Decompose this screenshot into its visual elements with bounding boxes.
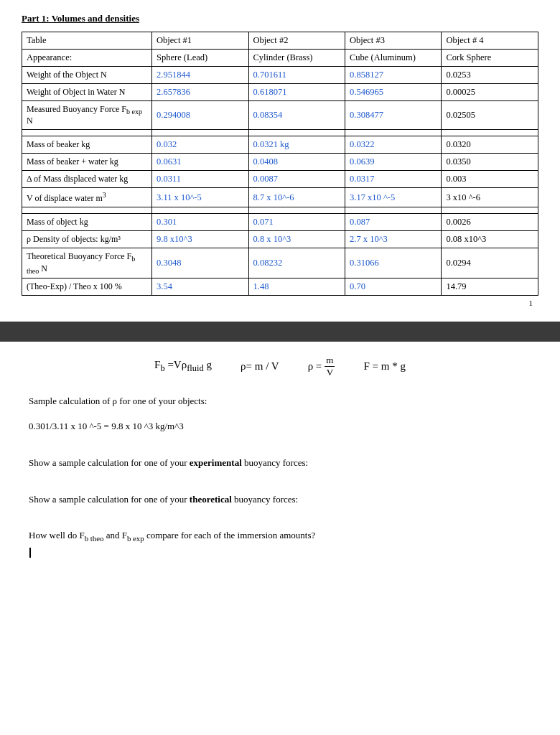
row-label-4: Mass of beaker kg xyxy=(22,136,152,154)
row-6-obj4: 0.003 xyxy=(442,171,538,188)
row-8-obj3 xyxy=(345,207,442,214)
row-8-obj2 xyxy=(248,207,345,214)
sample-calc-value: 0.301/3.11 x 10 ^-5 = 9.8 x 10 ^3 kg/m^3 xyxy=(29,419,531,434)
data-rows-table: Weight of the Object N2.9518440.7016110.… xyxy=(22,66,538,296)
bottom-section: Fb =Vρfluid g ρ= m / V ρ = m V F = m * g… xyxy=(0,342,560,584)
table-header-col4: Object # 4 xyxy=(442,32,538,50)
table-header-col3: Object #3 xyxy=(345,32,442,50)
formula-2: ρ= m / V xyxy=(241,360,279,373)
row-7-obj2: 8.7 x 10^-6 xyxy=(248,188,345,207)
row-label-5: Mass of beaker + water kg xyxy=(22,154,152,171)
table-row: Weight of Object in Water N2.6578360.618… xyxy=(22,84,538,101)
table-row: Mass of beaker kg0.0320.0321 kg0.03220.0… xyxy=(22,136,538,154)
table-header-row: Table Object #1 Object #2 Object #3 Obje… xyxy=(22,32,538,50)
row-2-obj2: 0.08354 xyxy=(248,101,345,130)
row-label-1: Weight of Object in Water N xyxy=(22,84,152,101)
row-7-obj4: 3 x10 ^-6 xyxy=(442,188,538,207)
theoretical-line: Show a sample calculation for one of you… xyxy=(29,492,531,507)
row-5-obj1: 0.0631 xyxy=(152,154,248,171)
row-label-10: ρ Density of objects: kg/m³ xyxy=(22,231,152,248)
row-8-obj4 xyxy=(442,207,538,214)
row-12-obj4: 14.79 xyxy=(442,278,538,296)
row-4-obj2: 0.0321 kg xyxy=(248,136,345,154)
row-1-obj3: 0.546965 xyxy=(345,84,442,101)
row-12-obj2: 1.48 xyxy=(248,278,345,296)
row-11-obj1: 0.3048 xyxy=(152,248,248,278)
row-3-obj4 xyxy=(442,130,538,136)
row-0-obj4: 0.0253 xyxy=(442,67,538,84)
table-header-col1: Object #1 xyxy=(152,32,248,50)
row-4-obj4: 0.0320 xyxy=(442,136,538,154)
row-3-obj1 xyxy=(152,130,248,136)
part-title: Part 1: Volumes and densities xyxy=(22,13,538,24)
appearance-obj4: Cork Sphere xyxy=(442,50,538,67)
table-row-appearance: Appearance: Sphere (Lead) Cylinder (Bras… xyxy=(22,50,538,67)
table-row: Mass of object kg0.3010.0710.0870.0026 xyxy=(22,214,538,231)
text-cursor xyxy=(29,548,31,558)
row-7-obj3: 3.17 x10 ^-5 xyxy=(345,188,442,207)
row-label-0: Weight of the Object N xyxy=(22,67,152,84)
row-5-obj4: 0.0350 xyxy=(442,154,538,171)
row-11-obj2: 0.08232 xyxy=(248,248,345,278)
row-10-obj3: 2.7 x 10^3 xyxy=(345,231,442,248)
table-row: ρ Density of objects: kg/m³9.8 x10^30.8 … xyxy=(22,231,538,248)
sample-calc-label: Sample calculation of ρ for one of your … xyxy=(29,394,531,409)
formula-4: F = m * g xyxy=(363,360,405,373)
row-10-obj1: 9.8 x10^3 xyxy=(152,231,248,248)
row-10-obj2: 0.8 x 10^3 xyxy=(248,231,345,248)
row-1-obj1: 2.657836 xyxy=(152,84,248,101)
row-1-obj2: 0.618071 xyxy=(248,84,345,101)
row-label-9: Mass of object kg xyxy=(22,214,152,231)
row-label-6: Δ of Mass displaced water kg xyxy=(22,171,152,188)
row-9-obj3: 0.087 xyxy=(345,214,442,231)
row-12-obj3: 0.70 xyxy=(345,278,442,296)
row-4-obj3: 0.0322 xyxy=(345,136,442,154)
row-5-obj3: 0.0639 xyxy=(345,154,442,171)
page-number: 1 xyxy=(22,296,538,310)
row-7-obj1: 3.11 x 10^-5 xyxy=(152,188,248,207)
row-5-obj2: 0.0408 xyxy=(248,154,345,171)
row-6-obj1: 0.0311 xyxy=(152,171,248,188)
row-label-8 xyxy=(22,207,152,214)
experimental-line: Show a sample calculation for one of you… xyxy=(29,456,531,471)
row-11-obj3: 0.31066 xyxy=(345,248,442,278)
row-label-7: V of displace water m3 xyxy=(22,188,152,207)
row-1-obj4: 0.00025 xyxy=(442,84,538,101)
dark-divider xyxy=(0,322,560,342)
row-8-obj1 xyxy=(152,207,248,214)
row-0-obj2: 0.701611 xyxy=(248,67,345,84)
appearance-obj2: Cylinder (Brass) xyxy=(248,50,345,67)
table-row xyxy=(22,130,538,136)
table-row xyxy=(22,207,538,214)
row-4-obj1: 0.032 xyxy=(152,136,248,154)
table-row: Mass of beaker + water kg0.06310.04080.0… xyxy=(22,154,538,171)
row-0-obj1: 2.951844 xyxy=(152,67,248,84)
compare-line: How well do Fb theo and Fb exp compare f… xyxy=(29,528,531,560)
table-row: Δ of Mass displaced water kg0.03110.0087… xyxy=(22,171,538,188)
row-label-12: (Theo-Exp) / Theo x 100 % xyxy=(22,278,152,296)
row-10-obj4: 0.08 x10^3 xyxy=(442,231,538,248)
table-header-col2: Object #2 xyxy=(248,32,345,50)
formula-line: Fb =Vρfluid g ρ= m / V ρ = m V F = m * g xyxy=(29,355,531,378)
appearance-obj1: Sphere (Lead) xyxy=(152,50,248,67)
row-2-obj1: 0.294008 xyxy=(152,101,248,130)
row-3-obj2 xyxy=(248,130,345,136)
row-2-obj3: 0.308477 xyxy=(345,101,442,130)
table-row: Weight of the Object N2.9518440.7016110.… xyxy=(22,67,538,84)
row-0-obj3: 0.858127 xyxy=(345,67,442,84)
table-header-col0: Table xyxy=(22,32,152,50)
formula-3: ρ = m V xyxy=(308,355,335,378)
table-row: V of displace water m33.11 x 10^-58.7 x … xyxy=(22,188,538,207)
row-6-obj2: 0.0087 xyxy=(248,171,345,188)
table-row: Measured Buoyancy Force Fb exp N0.294008… xyxy=(22,101,538,130)
appearance-obj3: Cube (Aluminum) xyxy=(345,50,442,67)
row-11-obj4: 0.0294 xyxy=(442,248,538,278)
table-row: (Theo-Exp) / Theo x 100 %3.541.480.7014.… xyxy=(22,278,538,296)
data-table: Table Object #1 Object #2 Object #3 Obje… xyxy=(22,32,538,67)
appearance-label: Appearance: xyxy=(22,50,152,67)
row-6-obj3: 0.0317 xyxy=(345,171,442,188)
table-row: Theoretical Buoyancy Force Fb theo N0.30… xyxy=(22,248,538,278)
row-12-obj1: 3.54 xyxy=(152,278,248,296)
row-label-2: Measured Buoyancy Force Fb exp N xyxy=(22,101,152,130)
formula-1: Fb =Vρfluid g xyxy=(154,359,212,374)
